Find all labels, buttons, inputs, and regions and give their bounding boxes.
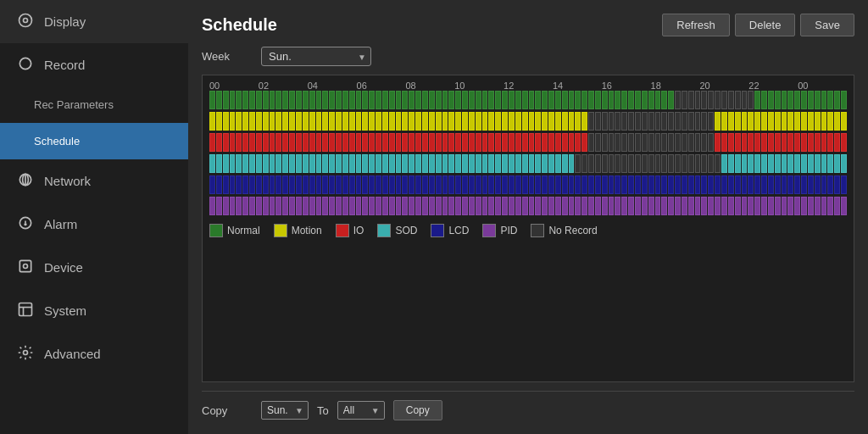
schedule-cell[interactable] [562, 175, 568, 194]
schedule-cell[interactable] [688, 91, 694, 109]
schedule-cell[interactable] [522, 197, 528, 215]
schedule-cell[interactable] [728, 91, 734, 109]
schedule-cell[interactable] [562, 112, 568, 131]
schedule-cell[interactable] [575, 91, 581, 109]
copy-from-select[interactable]: Sun.Mon.Tue. Wed.Thu.Fri.Sat. [261, 401, 309, 420]
schedule-cell[interactable] [609, 133, 615, 152]
schedule-cell[interactable] [329, 175, 335, 194]
schedule-cell[interactable] [322, 91, 328, 109]
schedule-cell[interactable] [522, 91, 528, 109]
schedule-cell[interactable] [735, 112, 741, 131]
schedule-cell[interactable] [303, 197, 309, 215]
schedule-cell[interactable] [761, 154, 767, 173]
schedule-cell[interactable] [808, 91, 814, 109]
schedule-cell[interactable] [715, 112, 721, 131]
schedule-cell[interactable] [236, 197, 242, 215]
schedule-cell[interactable] [509, 112, 515, 131]
schedule-cell[interactable] [256, 112, 262, 131]
schedule-cell[interactable] [282, 197, 288, 215]
schedule-cell[interactable] [436, 112, 442, 131]
schedule-cell[interactable] [263, 91, 269, 109]
schedule-cell[interactable] [548, 154, 554, 173]
schedule-cell[interactable] [476, 112, 481, 131]
schedule-cell[interactable] [588, 154, 594, 173]
schedule-cell[interactable] [628, 154, 634, 173]
schedule-cell[interactable] [522, 133, 528, 152]
schedule-cell[interactable] [695, 112, 701, 131]
schedule-cell[interactable] [708, 154, 714, 173]
schedule-cell[interactable] [230, 175, 236, 194]
schedule-cell[interactable] [742, 175, 748, 194]
schedule-cell[interactable] [735, 154, 741, 173]
schedule-cell[interactable] [748, 175, 754, 194]
schedule-cell[interactable] [609, 91, 615, 109]
schedule-cell[interactable] [628, 133, 634, 152]
schedule-cell[interactable] [415, 91, 421, 109]
schedule-cell[interactable] [422, 112, 428, 131]
schedule-cell[interactable] [808, 133, 814, 152]
schedule-cell[interactable] [209, 197, 215, 215]
schedule-cell[interactable] [376, 175, 381, 194]
schedule-cell[interactable] [462, 175, 468, 194]
schedule-cell[interactable] [761, 197, 767, 215]
schedule-cell[interactable] [735, 91, 741, 109]
schedule-cell[interactable] [682, 154, 687, 173]
schedule-cell[interactable] [409, 197, 415, 215]
schedule-cell[interactable] [236, 91, 242, 109]
schedule-cell[interactable] [615, 91, 620, 109]
schedule-cell[interactable] [628, 112, 634, 131]
schedule-cell[interactable] [841, 154, 847, 173]
schedule-cell[interactable] [768, 197, 774, 215]
schedule-cell[interactable] [815, 175, 821, 194]
schedule-cell[interactable] [482, 133, 488, 152]
schedule-cell[interactable] [548, 197, 554, 215]
schedule-cell[interactable] [515, 154, 521, 173]
schedule-cell[interactable] [389, 112, 395, 131]
schedule-cell[interactable] [275, 112, 281, 131]
schedule-cell[interactable] [369, 112, 375, 131]
schedule-cell[interactable] [635, 175, 641, 194]
schedule-cell[interactable] [422, 154, 428, 173]
schedule-cell[interactable] [296, 197, 302, 215]
schedule-cell[interactable] [794, 154, 800, 173]
schedule-cell[interactable] [469, 133, 475, 152]
schedule-cell[interactable] [349, 197, 355, 215]
schedule-cell[interactable] [754, 112, 760, 131]
schedule-cell[interactable] [661, 175, 667, 194]
schedule-cell[interactable] [342, 133, 348, 152]
schedule-cell[interactable] [562, 197, 568, 215]
schedule-cell[interactable] [602, 112, 608, 131]
schedule-cell[interactable] [216, 91, 222, 109]
schedule-cell[interactable] [282, 175, 288, 194]
schedule-cell[interactable] [595, 197, 601, 215]
schedule-cell[interactable] [635, 133, 641, 152]
schedule-cell[interactable] [442, 91, 448, 109]
schedule-cell[interactable] [209, 133, 215, 152]
schedule-cell[interactable] [735, 197, 741, 215]
schedule-cell[interactable] [342, 154, 348, 173]
schedule-cell[interactable] [476, 133, 481, 152]
sidebar-item-device[interactable]: Device [0, 246, 188, 289]
schedule-cell[interactable] [682, 175, 687, 194]
schedule-cell[interactable] [436, 197, 442, 215]
schedule-cell[interactable] [429, 91, 435, 109]
schedule-cell[interactable] [316, 175, 322, 194]
schedule-cell[interactable] [768, 91, 774, 109]
schedule-cell[interactable] [448, 133, 454, 152]
schedule-cell[interactable] [282, 91, 288, 109]
schedule-cell[interactable] [322, 175, 328, 194]
schedule-cell[interactable] [621, 112, 627, 131]
schedule-cell[interactable] [609, 197, 615, 215]
schedule-cell[interactable] [275, 197, 281, 215]
schedule-cell[interactable] [661, 91, 667, 109]
schedule-cell[interactable] [476, 175, 481, 194]
schedule-cell[interactable] [309, 112, 315, 131]
sidebar-item-record[interactable]: Record [0, 43, 188, 86]
schedule-cell[interactable] [522, 112, 528, 131]
schedule-cell[interactable] [522, 154, 528, 173]
schedule-cell[interactable] [242, 133, 248, 152]
schedule-cell[interactable] [562, 154, 568, 173]
schedule-cell[interactable] [462, 91, 468, 109]
schedule-cell[interactable] [542, 197, 548, 215]
schedule-cell[interactable] [289, 133, 295, 152]
